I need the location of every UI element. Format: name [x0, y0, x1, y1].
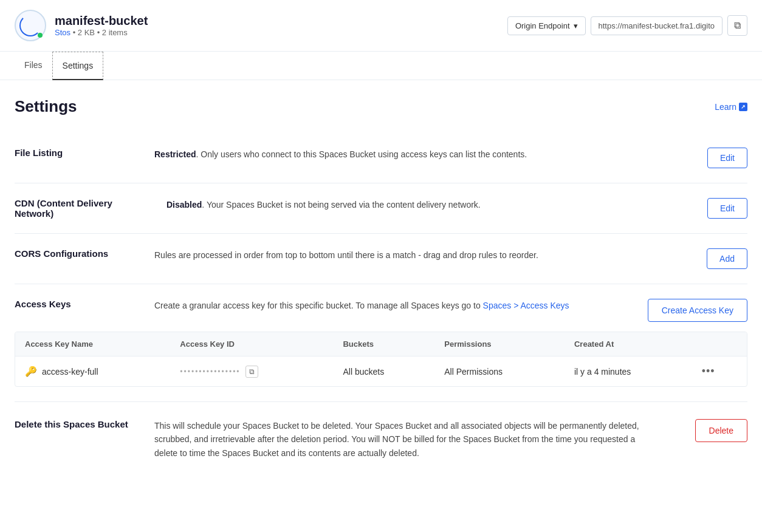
- learn-label: Learn: [715, 102, 736, 112]
- key-name: access-key-full: [42, 367, 98, 377]
- access-keys-table-wrapper: Access Key Name Access Key ID Buckets Pe…: [15, 332, 747, 387]
- header-left: manifest-bucket Stos • 2 KB • 2 items: [15, 10, 148, 41]
- key-icon: 🔑: [25, 366, 37, 377]
- cors-label: CORS Configurations: [15, 248, 136, 259]
- page-title: Settings: [15, 97, 77, 116]
- tab-files[interactable]: Files: [15, 52, 52, 80]
- cdn-action: Edit: [674, 198, 747, 219]
- key-buckets-cell: All buckets: [333, 356, 434, 387]
- col-actions: [692, 332, 747, 356]
- key-created-at-cell: il y a 4 minutes: [565, 356, 692, 387]
- copy-url-button[interactable]: ⧉: [727, 15, 747, 36]
- key-permissions-cell: All Permissions: [434, 356, 565, 387]
- key-more-cell: •••: [692, 356, 747, 387]
- col-access-key-id: Access Key ID: [170, 332, 333, 356]
- key-more-button[interactable]: •••: [702, 365, 715, 378]
- bucket-items: 2 items: [102, 28, 128, 37]
- file-listing-edit-button[interactable]: Edit: [707, 148, 747, 168]
- create-access-key-button[interactable]: Create Access Key: [648, 299, 747, 322]
- access-keys-table: Access Key Name Access Key ID Buckets Pe…: [15, 332, 747, 386]
- bucket-info: manifest-bucket Stos • 2 KB • 2 items: [55, 14, 148, 37]
- bucket-logo: [15, 10, 46, 41]
- chevron-down-icon: ▾: [574, 21, 578, 30]
- col-buckets: Buckets: [333, 332, 434, 356]
- delete-section: Delete this Spaces Bucket This will sche…: [15, 402, 747, 477]
- bucket-size-separator: •: [73, 28, 78, 37]
- tab-bar: Files Settings: [0, 52, 762, 80]
- col-permissions: Permissions: [434, 332, 565, 356]
- key-id-cell: •••••••••••••••• ⧉: [170, 356, 333, 387]
- spaces-access-keys-link[interactable]: Spaces > Access Keys: [483, 301, 569, 310]
- file-listing-action: Edit: [674, 148, 747, 168]
- masked-id-text: ••••••••••••••••: [180, 367, 240, 376]
- table-header-row: Access Key Name Access Key ID Buckets Pe…: [15, 332, 747, 356]
- tab-settings[interactable]: Settings: [52, 52, 104, 80]
- storage-link[interactable]: Stos: [55, 28, 70, 37]
- file-listing-description: Restricted. Only users who connect to th…: [136, 148, 674, 161]
- col-created-at: Created At: [565, 332, 692, 356]
- learn-icon: ↗: [739, 103, 747, 111]
- copy-key-id-button[interactable]: ⧉: [245, 366, 258, 378]
- settings-header: Settings Learn ↗: [15, 97, 747, 116]
- access-keys-action: Create Access Key: [648, 299, 747, 322]
- cors-description: Rules are processed in order from top to…: [136, 248, 674, 262]
- cdn-edit-button[interactable]: Edit: [707, 198, 747, 219]
- access-keys-description: Create a granular access key for this sp…: [136, 299, 648, 312]
- key-name-cell: 🔑 access-key-full: [15, 356, 170, 387]
- cors-add-button[interactable]: Add: [707, 248, 747, 269]
- masked-id-container: •••••••••••••••• ⧉: [180, 366, 323, 378]
- file-listing-section: File Listing Restricted. Only users who …: [15, 133, 747, 183]
- bucket-items-separator: •: [97, 28, 102, 37]
- access-keys-section: Access Keys Create a granular access key…: [15, 284, 747, 402]
- access-keys-top: Access Keys Create a granular access key…: [15, 299, 747, 322]
- col-access-key-name: Access Key Name: [15, 332, 170, 356]
- endpoint-url-display: https://manifest-bucket.fra1.digito: [591, 16, 723, 35]
- table-row: 🔑 access-key-full •••••••••••••••• ⧉ All…: [15, 356, 747, 387]
- bucket-meta: Stos • 2 KB • 2 items: [55, 28, 148, 37]
- delete-description: This will schedule your Spaces Bucket to…: [136, 419, 674, 460]
- access-keys-label: Access Keys: [15, 299, 136, 309]
- cdn-label: CDN (Content Delivery Network): [15, 198, 148, 219]
- cdn-section: CDN (Content Delivery Network) Disabled.…: [15, 183, 747, 234]
- delete-action: Delete: [674, 419, 747, 442]
- delete-bucket-button[interactable]: Delete: [695, 419, 747, 442]
- learn-link[interactable]: Learn ↗: [715, 102, 747, 112]
- bucket-size: 2 KB: [78, 28, 95, 37]
- logo-status-dot: [38, 33, 43, 38]
- file-listing-label: File Listing: [15, 148, 136, 158]
- cors-section: CORS Configurations Rules are processed …: [15, 234, 747, 284]
- cors-action: Add: [674, 248, 747, 269]
- endpoint-dropdown[interactable]: Origin Endpoint ▾: [507, 16, 586, 35]
- key-name-with-icon: 🔑 access-key-full: [25, 366, 160, 377]
- endpoint-dropdown-label: Origin Endpoint: [515, 21, 570, 30]
- page-header: manifest-bucket Stos • 2 KB • 2 items Or…: [0, 0, 762, 52]
- delete-label: Delete this Spaces Bucket: [15, 419, 136, 429]
- bucket-name: manifest-bucket: [55, 14, 148, 28]
- header-right: Origin Endpoint ▾ https://manifest-bucke…: [507, 15, 747, 36]
- settings-content: Settings Learn ↗ File Listing Restricted…: [0, 80, 762, 494]
- cdn-description: Disabled. Your Spaces Bucket is not bein…: [148, 198, 674, 211]
